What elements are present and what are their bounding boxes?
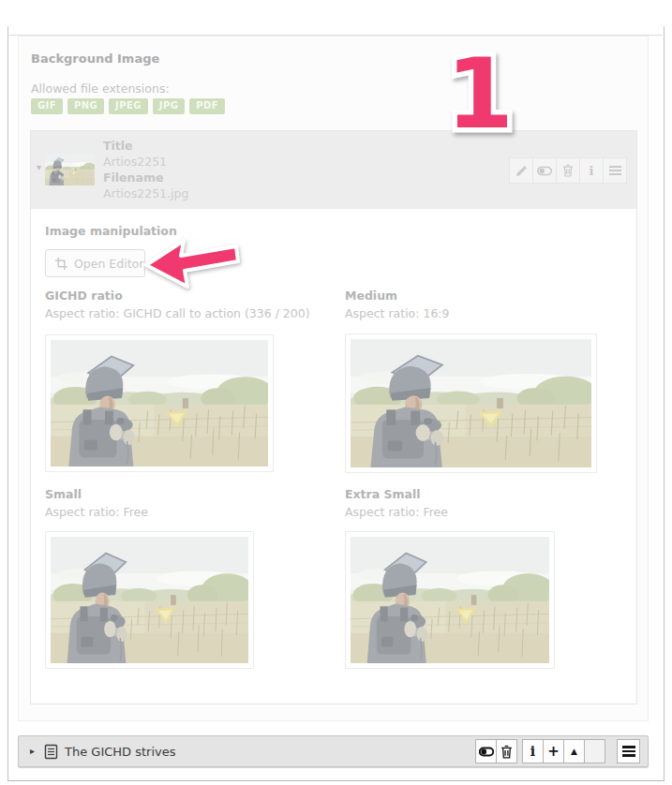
section-title: Background Image	[31, 52, 159, 66]
plus-icon: +	[547, 745, 560, 759]
crop-aspect: Aspect ratio: GICHD call to action (336 …	[45, 306, 310, 320]
crop-icon	[55, 258, 67, 270]
trash-icon	[500, 745, 513, 759]
title-label: Title	[103, 138, 188, 154]
file-record-meta: Title Artios2251 Filename Artios2251.jpg	[103, 138, 188, 201]
crop-preview-gichd	[45, 334, 274, 472]
extension-badges: GIF PNG JPEG JPG PDF	[31, 98, 225, 114]
expand-caret-icon[interactable]: ▸	[30, 746, 35, 756]
image-manipulation-label: Image manipulation	[45, 224, 177, 238]
element-toolbar-group-2: i + ▲	[523, 739, 605, 763]
filename-value: Artios2251.jpg	[103, 185, 188, 201]
up-arrow-icon: ▲	[571, 748, 577, 756]
element-toolbar-group-1	[476, 739, 517, 763]
edit-button[interactable]	[509, 157, 533, 184]
text-content-icon	[44, 744, 58, 760]
info-button[interactable]: i	[579, 157, 604, 184]
extension-badge: GIF	[31, 98, 63, 114]
file-record-header[interactable]: ▾ Title Artios2251 Filename Artios2251.j…	[31, 131, 636, 209]
crop-aspect: Aspect ratio: 16:9	[345, 306, 450, 320]
drag-handle[interactable]	[603, 157, 627, 184]
extension-badge: PNG	[67, 98, 104, 114]
crop-preview-extra-small	[345, 531, 555, 669]
toggle-visibility-button[interactable]	[532, 157, 557, 184]
allowed-extensions-label: Allowed file extensions:	[31, 81, 170, 96]
info-icon: i	[590, 165, 594, 177]
crop-preview-small	[45, 531, 254, 669]
toggle-visibility-icon	[479, 747, 494, 757]
delete-button[interactable]	[496, 739, 517, 763]
extension-badge: JPG	[153, 98, 185, 114]
collapse-caret-icon[interactable]: ▾	[37, 162, 41, 172]
extension-badge: JPEG	[109, 98, 148, 114]
crop-aspect: Aspect ratio: Free	[345, 505, 448, 519]
toolbar-spacer	[584, 739, 605, 763]
record-toolbar: i	[510, 157, 627, 184]
crop-name: Medium	[345, 289, 397, 303]
pencil-icon	[515, 165, 528, 177]
drag-handle-icon	[609, 164, 621, 177]
file-thumbnail	[45, 154, 95, 185]
crop-name: Small	[45, 487, 82, 501]
options-menu-button[interactable]	[617, 739, 640, 763]
move-up-button[interactable]: ▲	[563, 739, 585, 763]
delete-button[interactable]	[556, 157, 580, 184]
filename-label: Filename	[103, 170, 188, 185]
crop-name: GICHD ratio	[45, 289, 123, 303]
open-editor-button[interactable]: Open Editor	[45, 249, 145, 277]
title-value: Artios2251	[103, 154, 188, 170]
crop-preview-medium	[345, 333, 597, 473]
info-icon: i	[530, 745, 535, 758]
info-button[interactable]: i	[522, 739, 544, 763]
toggle-visibility-button[interactable]	[475, 739, 497, 763]
extension-badge: PDF	[189, 98, 225, 114]
open-editor-label: Open Editor	[74, 257, 143, 271]
crop-name: Extra Small	[345, 487, 421, 501]
content-element-bar[interactable]: ▸ The GICHD strives i + ▲	[18, 735, 649, 767]
content-element-title: The GICHD strives	[65, 745, 176, 759]
add-button[interactable]: +	[543, 739, 564, 763]
crop-aspect: Aspect ratio: Free	[45, 505, 148, 519]
options-menu-icon	[622, 744, 635, 759]
trash-icon	[562, 164, 574, 177]
toggle-visibility-icon	[537, 166, 552, 176]
